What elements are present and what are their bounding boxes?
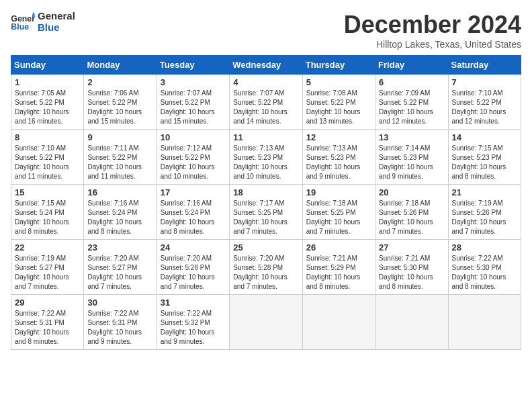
day-info: Sunrise: 7:15 AM Sunset: 5:24 PM Dayligh… <box>15 199 80 236</box>
week-row-3: 15Sunrise: 7:15 AM Sunset: 5:24 PM Dayli… <box>11 185 521 240</box>
day-cell: 20Sunrise: 7:18 AM Sunset: 5:26 PM Dayli… <box>375 185 448 240</box>
day-number: 7 <box>452 77 517 87</box>
day-info: Sunrise: 7:21 AM Sunset: 5:30 PM Dayligh… <box>379 254 444 291</box>
logo: General Blue General Blue <box>11 11 75 33</box>
day-number: 17 <box>161 187 226 197</box>
day-info: Sunrise: 7:17 AM Sunset: 5:25 PM Dayligh… <box>233 199 298 236</box>
day-info: Sunrise: 7:05 AM Sunset: 5:22 PM Dayligh… <box>15 89 80 126</box>
day-info: Sunrise: 7:20 AM Sunset: 5:27 PM Dayligh… <box>87 254 152 291</box>
week-row-4: 22Sunrise: 7:19 AM Sunset: 5:27 PM Dayli… <box>11 240 521 295</box>
day-info: Sunrise: 7:12 AM Sunset: 5:22 PM Dayligh… <box>161 144 226 181</box>
day-info: Sunrise: 7:22 AM Sunset: 5:32 PM Dayligh… <box>161 309 226 347</box>
day-number: 9 <box>87 132 152 142</box>
day-number: 6 <box>379 77 444 87</box>
day-cell: 14Sunrise: 7:15 AM Sunset: 5:23 PM Dayli… <box>448 130 521 185</box>
day-info: Sunrise: 7:22 AM Sunset: 5:30 PM Dayligh… <box>452 254 517 291</box>
day-info: Sunrise: 7:08 AM Sunset: 5:22 PM Dayligh… <box>306 89 371 126</box>
day-info: Sunrise: 7:21 AM Sunset: 5:29 PM Dayligh… <box>306 254 371 291</box>
day-info: Sunrise: 7:07 AM Sunset: 5:22 PM Dayligh… <box>233 89 298 126</box>
day-number: 11 <box>233 132 298 142</box>
day-info: Sunrise: 7:09 AM Sunset: 5:22 PM Dayligh… <box>379 89 444 126</box>
day-cell <box>448 295 521 350</box>
day-number: 16 <box>87 187 152 197</box>
title-area: December 2024 Hilltop Lakes, Texas, Unit… <box>344 11 521 50</box>
day-cell: 6Sunrise: 7:09 AM Sunset: 5:22 PM Daylig… <box>375 75 448 130</box>
day-info: Sunrise: 7:10 AM Sunset: 5:22 PM Dayligh… <box>15 144 80 181</box>
day-cell: 2Sunrise: 7:06 AM Sunset: 5:22 PM Daylig… <box>84 75 157 130</box>
day-number: 23 <box>87 242 152 253</box>
weekday-header-monday: Monday <box>84 56 157 75</box>
day-cell: 31Sunrise: 7:22 AM Sunset: 5:32 PM Dayli… <box>157 295 229 350</box>
day-cell: 23Sunrise: 7:20 AM Sunset: 5:27 PM Dayli… <box>84 240 157 295</box>
logo-icon: General Blue <box>11 12 35 32</box>
day-info: Sunrise: 7:18 AM Sunset: 5:25 PM Dayligh… <box>306 199 371 236</box>
day-info: Sunrise: 7:07 AM Sunset: 5:22 PM Dayligh… <box>161 89 226 126</box>
day-cell: 11Sunrise: 7:13 AM Sunset: 5:23 PM Dayli… <box>230 130 302 185</box>
day-cell: 28Sunrise: 7:22 AM Sunset: 5:30 PM Dayli… <box>448 240 521 295</box>
day-cell: 22Sunrise: 7:19 AM Sunset: 5:27 PM Dayli… <box>11 240 84 295</box>
day-cell: 26Sunrise: 7:21 AM Sunset: 5:29 PM Dayli… <box>302 240 375 295</box>
day-number: 5 <box>306 77 371 87</box>
weekday-header-tuesday: Tuesday <box>157 56 229 75</box>
day-info: Sunrise: 7:13 AM Sunset: 5:23 PM Dayligh… <box>233 144 298 181</box>
week-row-1: 1Sunrise: 7:05 AM Sunset: 5:22 PM Daylig… <box>11 75 521 130</box>
day-number: 3 <box>161 77 226 87</box>
svg-text:Blue: Blue <box>11 22 29 32</box>
day-cell: 4Sunrise: 7:07 AM Sunset: 5:22 PM Daylig… <box>230 75 302 130</box>
day-number: 22 <box>15 242 80 253</box>
day-number: 13 <box>379 132 444 142</box>
day-info: Sunrise: 7:15 AM Sunset: 5:23 PM Dayligh… <box>452 144 517 181</box>
page-header: General Blue General Blue December 2024 … <box>11 11 521 50</box>
day-number: 20 <box>379 187 444 197</box>
week-row-2: 8Sunrise: 7:10 AM Sunset: 5:22 PM Daylig… <box>11 130 521 185</box>
day-cell: 7Sunrise: 7:10 AM Sunset: 5:22 PM Daylig… <box>448 75 521 130</box>
day-number: 15 <box>15 187 80 197</box>
month-title: December 2024 <box>344 11 521 39</box>
day-cell: 12Sunrise: 7:13 AM Sunset: 5:23 PM Dayli… <box>302 130 375 185</box>
svg-marker-2 <box>32 12 35 15</box>
day-info: Sunrise: 7:20 AM Sunset: 5:28 PM Dayligh… <box>233 254 298 291</box>
day-cell: 16Sunrise: 7:16 AM Sunset: 5:24 PM Dayli… <box>84 185 157 240</box>
day-number: 29 <box>15 298 80 308</box>
day-number: 26 <box>306 242 371 253</box>
day-number: 10 <box>161 132 226 142</box>
day-cell: 24Sunrise: 7:20 AM Sunset: 5:28 PM Dayli… <box>157 240 229 295</box>
day-cell: 8Sunrise: 7:10 AM Sunset: 5:22 PM Daylig… <box>11 130 84 185</box>
day-cell: 25Sunrise: 7:20 AM Sunset: 5:28 PM Dayli… <box>230 240 302 295</box>
day-number: 30 <box>87 298 152 308</box>
day-info: Sunrise: 7:16 AM Sunset: 5:24 PM Dayligh… <box>161 199 226 236</box>
day-number: 31 <box>161 298 226 308</box>
day-number: 12 <box>306 132 371 142</box>
day-cell: 18Sunrise: 7:17 AM Sunset: 5:25 PM Dayli… <box>230 185 302 240</box>
day-number: 14 <box>452 132 517 142</box>
location: Hilltop Lakes, Texas, United States <box>344 39 521 50</box>
weekday-header-friday: Friday <box>375 56 448 75</box>
day-cell: 10Sunrise: 7:12 AM Sunset: 5:22 PM Dayli… <box>157 130 229 185</box>
day-info: Sunrise: 7:11 AM Sunset: 5:22 PM Dayligh… <box>87 144 152 181</box>
day-info: Sunrise: 7:19 AM Sunset: 5:27 PM Dayligh… <box>15 254 80 291</box>
day-number: 27 <box>379 242 444 253</box>
day-cell: 1Sunrise: 7:05 AM Sunset: 5:22 PM Daylig… <box>11 75 84 130</box>
day-info: Sunrise: 7:13 AM Sunset: 5:23 PM Dayligh… <box>306 144 371 181</box>
day-cell: 19Sunrise: 7:18 AM Sunset: 5:25 PM Dayli… <box>302 185 375 240</box>
calendar-table: SundayMondayTuesdayWednesdayThursdayFrid… <box>11 55 521 350</box>
day-cell: 30Sunrise: 7:22 AM Sunset: 5:31 PM Dayli… <box>84 295 157 350</box>
weekday-header-saturday: Saturday <box>448 56 521 75</box>
day-info: Sunrise: 7:10 AM Sunset: 5:22 PM Dayligh… <box>452 89 517 126</box>
day-cell: 29Sunrise: 7:22 AM Sunset: 5:31 PM Dayli… <box>11 295 84 350</box>
svg-marker-3 <box>32 14 35 17</box>
day-number: 21 <box>452 187 517 197</box>
logo-line1: General <box>38 11 75 22</box>
day-info: Sunrise: 7:18 AM Sunset: 5:26 PM Dayligh… <box>379 199 444 236</box>
weekday-header-sunday: Sunday <box>11 56 84 75</box>
day-cell: 17Sunrise: 7:16 AM Sunset: 5:24 PM Dayli… <box>157 185 229 240</box>
day-number: 1 <box>15 77 80 87</box>
day-number: 4 <box>233 77 298 87</box>
day-info: Sunrise: 7:22 AM Sunset: 5:31 PM Dayligh… <box>15 309 80 347</box>
day-cell <box>375 295 448 350</box>
day-cell <box>302 295 375 350</box>
logo-line2: Blue <box>38 22 75 34</box>
day-cell <box>230 295 302 350</box>
day-info: Sunrise: 7:16 AM Sunset: 5:24 PM Dayligh… <box>87 199 152 236</box>
weekday-header-thursday: Thursday <box>302 56 375 75</box>
